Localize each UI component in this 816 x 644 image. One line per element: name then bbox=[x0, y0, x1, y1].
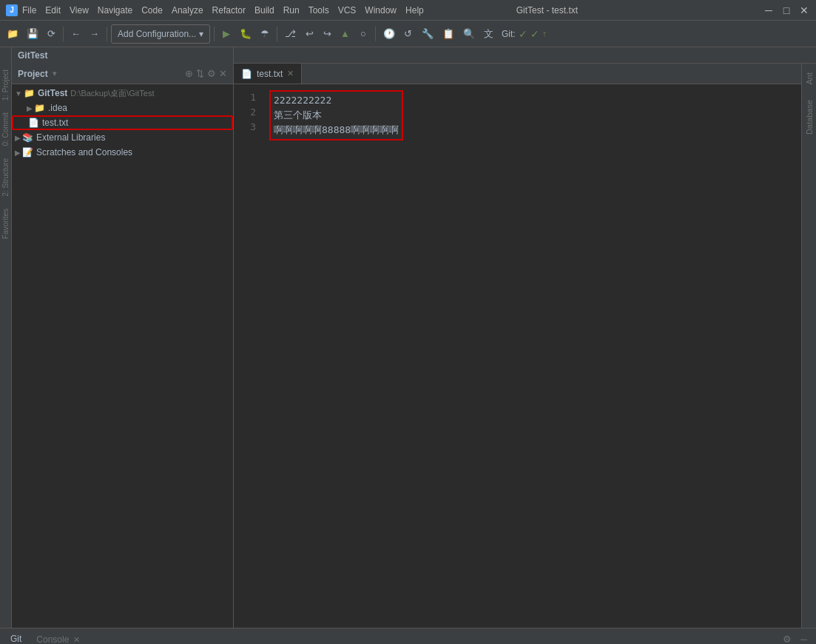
structure-sidebar-icon[interactable]: 2: Structure bbox=[1, 155, 10, 200]
refresh-button[interactable]: ⟳ bbox=[43, 24, 59, 44]
add-configuration-button[interactable]: Add Configuration... ▾ bbox=[111, 24, 210, 44]
tree-scratches[interactable]: ▶ 📝 Scratches and Consoles bbox=[12, 145, 233, 160]
menu-window[interactable]: Window bbox=[365, 5, 397, 16]
menu-view[interactable]: View bbox=[70, 5, 89, 16]
project-dropdown-icon[interactable]: ▾ bbox=[53, 69, 57, 78]
undo-button[interactable]: ↺ bbox=[400, 24, 417, 44]
right-icons-panel: Ant Database bbox=[801, 64, 816, 628]
console-tab-close[interactable]: ✕ bbox=[73, 635, 80, 644]
minimize-button[interactable]: ─ bbox=[763, 4, 775, 16]
tree-root[interactable]: ▼ 📁 GitTest D:\Backup\桌面\GitTest bbox=[12, 86, 233, 101]
tree-scratches-label: Scratches and Consoles bbox=[36, 147, 132, 157]
line-num-2: 2 bbox=[234, 105, 263, 120]
idea-folder-icon: 📁 bbox=[34, 103, 45, 113]
toolbar-separator-4 bbox=[277, 27, 277, 41]
menu-refactor[interactable]: Refactor bbox=[212, 5, 246, 16]
git-label: Git: bbox=[502, 29, 516, 39]
git-panel-actions: ⚙ ─ bbox=[780, 632, 810, 644]
tab-close-button[interactable]: ✕ bbox=[287, 69, 294, 78]
favorites-sidebar-icon[interactable]: Favorites bbox=[1, 206, 10, 242]
commit-sidebar-icon[interactable]: 0: Commit bbox=[1, 109, 10, 149]
project-panel-header: Project ▾ ⊕ ⇅ ⚙ ✕ bbox=[12, 64, 233, 84]
menu-code[interactable]: Code bbox=[141, 5, 163, 16]
vcs-button-2[interactable]: ↩ bbox=[301, 24, 317, 44]
window-title: GitTest - test.txt bbox=[516, 5, 578, 16]
git-tab-console[interactable]: Console ✕ bbox=[32, 631, 84, 645]
menu-tools[interactable]: Tools bbox=[308, 5, 329, 16]
maximize-button[interactable]: □ bbox=[780, 4, 792, 16]
project-sidebar-icon[interactable]: 1: Project bbox=[1, 67, 10, 104]
tree-idea-arrow: ▶ bbox=[27, 104, 33, 112]
code-line-2: 第三个版本 bbox=[274, 108, 399, 123]
editor-area: 📄 test.txt ✕ 1 2 3 2222222222 第三个版本 bbox=[234, 64, 801, 628]
vcs-button-4[interactable]: ▲ bbox=[337, 24, 354, 44]
sort-icon[interactable]: ⇅ bbox=[196, 68, 204, 79]
toolbar-separator-3 bbox=[214, 27, 215, 41]
search-button[interactable]: 🔍 bbox=[459, 24, 479, 44]
close-button[interactable]: ✕ bbox=[798, 4, 810, 16]
git-check-icon-2: ✓ bbox=[530, 28, 539, 40]
git-minimize-button[interactable]: ─ bbox=[798, 632, 810, 644]
vcs-button-5[interactable]: ○ bbox=[355, 24, 371, 44]
tree-test-file[interactable]: 📄 test.txt bbox=[12, 115, 233, 130]
debug-button[interactable]: 🐛 bbox=[236, 24, 255, 44]
project-title-bar: GitTest bbox=[18, 50, 47, 61]
settings-button[interactable]: 🔧 bbox=[418, 24, 437, 44]
code-editor[interactable]: 2222222222 第三个版本 啊啊啊啊啊88888啊啊啊啊啊 bbox=[263, 84, 801, 628]
back-button[interactable]: ← bbox=[67, 24, 84, 44]
menu-navigate[interactable]: Navigate bbox=[98, 5, 132, 16]
tab-icon: 📄 bbox=[241, 69, 252, 79]
project-panel-title: Project bbox=[18, 69, 48, 79]
ant-panel-label[interactable]: Ant bbox=[803, 67, 815, 91]
collapse-icon[interactable]: ✕ bbox=[219, 68, 227, 79]
git-panel: Git Console ✕ ⚙ ─ ← ⊕ ↙ ↑ ⑂ ↩ bbox=[0, 628, 816, 644]
tree-idea-folder[interactable]: ▶ 📁 .idea bbox=[12, 101, 233, 115]
editor-tabs: 📄 test.txt ✕ bbox=[234, 64, 801, 84]
code-line-1: 2222222222 bbox=[274, 93, 399, 108]
run-button[interactable]: ▶ bbox=[218, 24, 235, 44]
open-button[interactable]: 📁 bbox=[3, 24, 22, 44]
libraries-icon: 📚 bbox=[22, 132, 33, 143]
tree-scratches-arrow: ▶ bbox=[15, 149, 21, 157]
menu-help[interactable]: Help bbox=[405, 5, 424, 16]
editor-tab-test[interactable]: 📄 test.txt ✕ bbox=[234, 64, 302, 84]
project-breadcrumb: GitTest bbox=[12, 47, 234, 64]
menu-analyze[interactable]: Analyze bbox=[172, 5, 203, 16]
menu-edit[interactable]: Edit bbox=[45, 5, 61, 16]
save-button[interactable]: 💾 bbox=[23, 24, 42, 44]
settings-icon[interactable]: ⚙ bbox=[207, 68, 216, 79]
tab-label: test.txt bbox=[257, 69, 283, 79]
tools-button[interactable]: 📋 bbox=[439, 24, 458, 44]
dropdown-icon: ▾ bbox=[199, 29, 203, 39]
tree-external-libraries[interactable]: ▶ 📚 External Libraries bbox=[12, 130, 233, 145]
git-arrow-icon: ↑ bbox=[542, 29, 547, 39]
add-config-label: Add Configuration... bbox=[118, 29, 196, 39]
titlebar: J File Edit View Navigate Code Analyze R… bbox=[0, 0, 816, 21]
menu-build[interactable]: Build bbox=[254, 5, 274, 16]
app-icon: J bbox=[6, 4, 18, 16]
vcs-button-1[interactable]: ⎇ bbox=[281, 24, 300, 44]
tree-ext-label: External Libraries bbox=[36, 132, 105, 143]
forward-button[interactable]: → bbox=[86, 24, 103, 44]
menu-vcs[interactable]: VCS bbox=[338, 5, 357, 16]
coverage-button[interactable]: ☂ bbox=[257, 24, 273, 44]
toolbar: 📁 💾 ⟳ ← → Add Configuration... ▾ ▶ 🐛 ☂ ⎇… bbox=[0, 21, 816, 47]
folder-icon: 📁 bbox=[24, 88, 35, 98]
translate-button[interactable]: 文 bbox=[480, 24, 497, 44]
git-status-area: Git: ✓ ✓ ↑ bbox=[502, 28, 547, 40]
menu-file[interactable]: File bbox=[22, 5, 36, 16]
menu-run[interactable]: Run bbox=[283, 5, 300, 16]
toolbar-separator-1 bbox=[63, 27, 64, 41]
vcs-button-3[interactable]: ↪ bbox=[319, 24, 335, 44]
git-settings-button[interactable]: ⚙ bbox=[780, 632, 795, 644]
add-file-icon[interactable]: ⊕ bbox=[185, 68, 193, 79]
tree-root-label: GitTest bbox=[38, 88, 67, 98]
git-tab-git[interactable]: Git bbox=[6, 631, 26, 645]
database-panel-label[interactable]: Database bbox=[803, 94, 815, 140]
project-panel-actions: ⊕ ⇅ ⚙ ✕ bbox=[185, 68, 227, 79]
history-button[interactable]: 🕐 bbox=[380, 24, 399, 44]
code-text-2: 第三个版本 bbox=[274, 108, 322, 123]
editor-content: 1 2 3 2222222222 第三个版本 啊啊啊啊啊88888啊啊啊啊啊 bbox=[234, 84, 801, 628]
toolbar-separator-2 bbox=[107, 27, 107, 41]
line-num-3: 3 bbox=[234, 120, 263, 135]
